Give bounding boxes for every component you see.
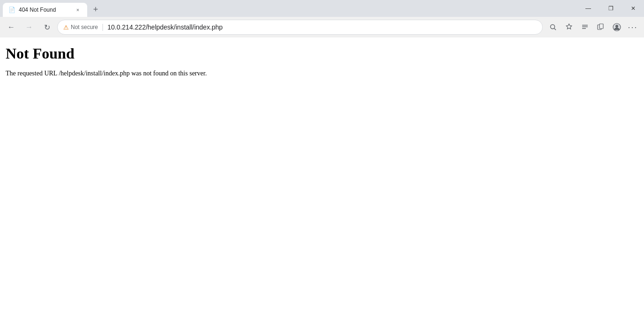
nav-bar: ← → ↻ ⚠ Not secure | 10.0.214.222/helpde… bbox=[0, 17, 644, 37]
back-button[interactable]: ← bbox=[4, 20, 19, 35]
favorites-bar-button[interactable] bbox=[562, 20, 577, 35]
page-content: Not Found The requested URL /helpdesk/in… bbox=[0, 37, 644, 326]
close-button[interactable]: ✕ bbox=[622, 1, 644, 15]
more-options-button[interactable]: ··· bbox=[625, 20, 640, 35]
svg-rect-4 bbox=[582, 28, 586, 29]
browser-chrome: 📄 404 Not Found × + — ❐ ✕ ← → ↻ ⚠ Not se… bbox=[0, 0, 644, 37]
svg-point-8 bbox=[615, 25, 618, 28]
address-bar[interactable]: ⚠ Not secure | 10.0.214.222/helpdesk/ins… bbox=[57, 20, 543, 35]
tab-close-button[interactable]: × bbox=[74, 6, 82, 14]
zoom-button[interactable] bbox=[546, 20, 561, 35]
security-text: Not secure bbox=[71, 24, 98, 30]
profile-button[interactable] bbox=[609, 20, 624, 35]
error-message: The requested URL /helpdesk/install/inde… bbox=[6, 70, 638, 77]
tab-title: 404 Not Found bbox=[19, 7, 70, 13]
svg-rect-6 bbox=[599, 24, 603, 29]
svg-point-0 bbox=[551, 25, 555, 29]
collections-button[interactable] bbox=[593, 20, 608, 35]
minimize-button[interactable]: — bbox=[577, 1, 599, 15]
tab-favicon-icon: 📄 bbox=[8, 7, 15, 13]
nav-actions: ··· bbox=[546, 20, 640, 35]
tab-bar: 📄 404 Not Found × + bbox=[0, 0, 102, 17]
url-text: 10.0.214.222/helpdesk/install/index.php bbox=[107, 23, 537, 31]
window-controls: — ❐ ✕ bbox=[577, 0, 644, 17]
address-separator: | bbox=[102, 23, 104, 31]
svg-line-1 bbox=[554, 29, 556, 30]
maximize-button[interactable]: ❐ bbox=[600, 1, 622, 15]
new-tab-button[interactable]: + bbox=[89, 3, 102, 16]
reading-view-button[interactable] bbox=[577, 20, 592, 35]
browser-tab[interactable]: 📄 404 Not Found × bbox=[3, 3, 87, 17]
svg-rect-2 bbox=[582, 25, 588, 26]
warning-icon: ⚠ bbox=[63, 24, 69, 31]
svg-rect-3 bbox=[582, 27, 588, 28]
reload-button[interactable]: ↻ bbox=[39, 20, 54, 35]
security-badge: ⚠ Not secure bbox=[63, 24, 98, 31]
forward-button[interactable]: → bbox=[22, 20, 37, 35]
error-title: Not Found bbox=[6, 45, 638, 62]
